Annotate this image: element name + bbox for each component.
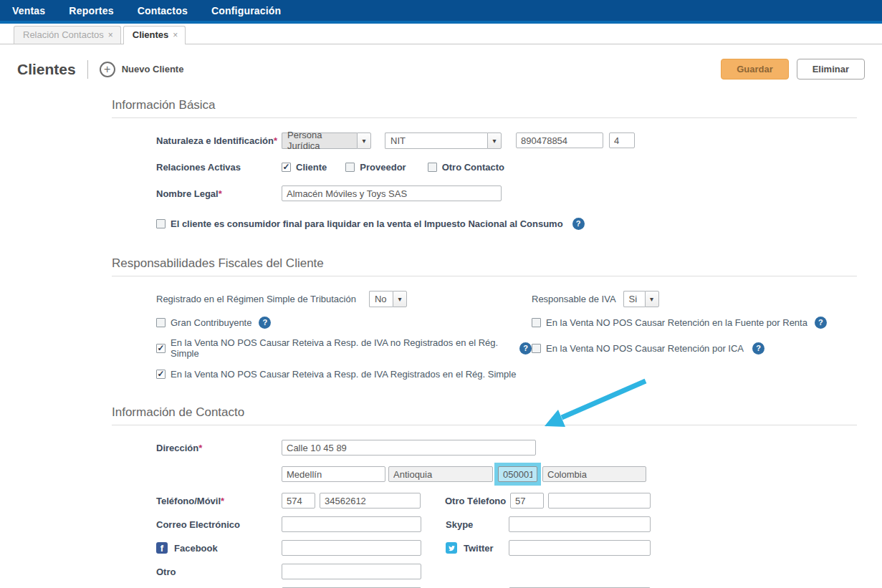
iva-label: Responsable de IVA (532, 294, 616, 304)
section-title-contacto: Información de Contacto (112, 405, 857, 425)
direccion-label: Dirección* (156, 443, 282, 453)
nombre-legal-label: Nombre Legal* (156, 188, 282, 199)
gran-contribuyente-label: Gran Contribuyente (171, 317, 251, 328)
check-digit-input[interactable] (609, 132, 635, 148)
title-divider (87, 60, 88, 79)
checkbox-proveedor-label: Proveedor (360, 162, 406, 173)
top-navbar: Ventas Reportes Contactos Configuración (0, 0, 882, 24)
save-button[interactable]: Guardar (721, 59, 789, 79)
required-asterisk: * (274, 135, 277, 146)
skype-label: Skype (446, 519, 507, 530)
otro-label: Otro (156, 567, 282, 577)
naturaleza-label: Naturaleza e Identificación* (156, 135, 282, 146)
otro-telefono-numero-input[interactable] (548, 493, 651, 509)
pais-input[interactable] (542, 466, 646, 482)
page-header: Clientes + Nuevo Cliente Guardar Elimina… (0, 44, 882, 91)
codigo-postal-input[interactable] (498, 466, 537, 482)
row-fiscal-2: Gran Contribuyente En la Venta NO POS Ca… (112, 314, 857, 331)
twitter-input[interactable] (509, 540, 651, 556)
facebook-label: Facebook (174, 543, 218, 554)
chevron-down-icon[interactable] (645, 291, 659, 307)
nombre-legal-input[interactable] (282, 185, 502, 201)
otro-telefono-prefijo-input[interactable] (510, 493, 544, 509)
tab-clientes[interactable]: Clientes × (123, 26, 186, 44)
twitter-icon (446, 542, 457, 554)
relaciones-label: Relaciones Activas (156, 162, 282, 173)
nav-item-ventas[interactable]: Ventas (12, 5, 45, 16)
facebook-icon: f (156, 542, 168, 554)
regimen-value: No (369, 291, 393, 307)
tipo-id-select[interactable]: NIT (385, 132, 502, 149)
tab-close-icon[interactable]: × (108, 30, 113, 40)
facebook-input[interactable] (282, 540, 421, 556)
row-naturaleza: Naturaleza e Identificación* Persona Jur… (112, 132, 857, 149)
checkbox-retencion-ica[interactable] (532, 344, 541, 353)
otro-input[interactable] (282, 564, 421, 579)
help-icon[interactable] (572, 218, 585, 230)
help-icon[interactable] (519, 342, 532, 355)
row-nombre-legal: Nombre Legal* (112, 185, 857, 202)
regimen-select[interactable]: No (369, 291, 407, 307)
row-consumidor-final: El cliente es consumidor final para liqu… (112, 215, 857, 232)
help-icon[interactable] (815, 317, 827, 329)
checkbox-gran-contribuyente[interactable] (156, 318, 166, 327)
telefono-numero-input[interactable] (320, 493, 421, 509)
row-facebook-twitter: f Facebook Twitter (112, 539, 857, 556)
id-number-input[interactable] (516, 132, 603, 148)
row-otro: Otro (112, 563, 857, 580)
naturaleza-select[interactable]: Persona Jurídica (282, 132, 371, 149)
checkbox-otro-contacto[interactable] (428, 163, 437, 172)
row-direccion: Dirección* (112, 439, 857, 456)
help-icon[interactable] (752, 342, 764, 355)
required-asterisk: * (221, 496, 224, 506)
nav-item-reportes[interactable]: Reportes (69, 5, 113, 16)
chevron-down-icon[interactable] (357, 132, 371, 149)
checkbox-reteiva-reg[interactable]: ✓ (156, 370, 166, 379)
checkbox-consumidor-final[interactable] (156, 219, 166, 228)
tab-label: Clientes (133, 29, 169, 40)
new-client-label: Nuevo Cliente (122, 64, 184, 74)
ciudad-input[interactable] (282, 466, 385, 482)
nav-item-configuracion[interactable]: Configuración (211, 5, 281, 16)
direccion-input[interactable] (282, 440, 536, 456)
telefono-label: Teléfono/Móvil* (156, 496, 282, 506)
row-relaciones: Relaciones Activas ✓ Cliente Proveedor O… (112, 158, 857, 175)
client-form: Información Básica Naturaleza e Identifi… (112, 98, 857, 588)
correo-label: Correo Electrónico (156, 519, 282, 530)
tab-bar: Relación Contactos × Clientes × (0, 24, 882, 44)
section-title-basica: Información Básica (112, 98, 857, 118)
codigo-postal-highlight (494, 463, 541, 486)
row-fiscal-4: ✓ En la Venta NO POS Causar Reteiva a Re… (112, 365, 857, 382)
iva-select[interactable]: Si (623, 291, 659, 307)
row-telefono: Teléfono/Móvil* Otro Télefono (112, 492, 857, 509)
reteiva-no-reg-label: En la Venta NO POS Causar Reteiva a Resp… (171, 337, 512, 359)
otro-telefono-label: Otro Télefono (445, 496, 509, 506)
row-regimen-iva: Registrado en el Régimen Simple de Tribu… (112, 290, 857, 307)
page-title: Clientes (17, 61, 76, 78)
checkbox-cliente[interactable]: ✓ (282, 163, 291, 172)
checkbox-cliente-label: Cliente (296, 162, 327, 173)
help-icon[interactable] (259, 317, 271, 329)
checkbox-retencion-renta[interactable] (532, 318, 541, 327)
departamento-input[interactable] (388, 466, 493, 482)
tab-close-icon[interactable]: × (173, 30, 178, 40)
new-client-button[interactable]: + Nuevo Cliente (100, 62, 184, 77)
row-ciudad (112, 463, 857, 486)
required-asterisk: * (219, 188, 222, 199)
required-asterisk: * (198, 443, 202, 453)
section-title-fiscal: Responsabilidades Fiscales del Cliente (112, 256, 857, 276)
telefono-prefijo-input[interactable] (282, 493, 315, 509)
retencion-renta-label: En la Venta NO POS Causar Retención en l… (546, 317, 807, 328)
checkbox-proveedor[interactable] (345, 163, 355, 172)
chevron-down-icon[interactable] (393, 291, 407, 307)
checkbox-otro-contacto-label: Otro Contacto (442, 162, 504, 173)
nav-item-contactos[interactable]: Contactos (138, 5, 188, 16)
tab-relacion-contactos[interactable]: Relación Contactos × (14, 26, 121, 44)
tab-label: Relación Contactos (23, 29, 104, 40)
skype-input[interactable] (509, 516, 651, 532)
regimen-label: Registrado en el Régimen Simple de Tribu… (156, 294, 356, 304)
chevron-down-icon[interactable] (487, 132, 502, 149)
checkbox-reteiva-no-reg[interactable]: ✓ (156, 344, 166, 353)
delete-button[interactable]: Eliminar (797, 59, 865, 79)
correo-input[interactable] (282, 516, 421, 532)
